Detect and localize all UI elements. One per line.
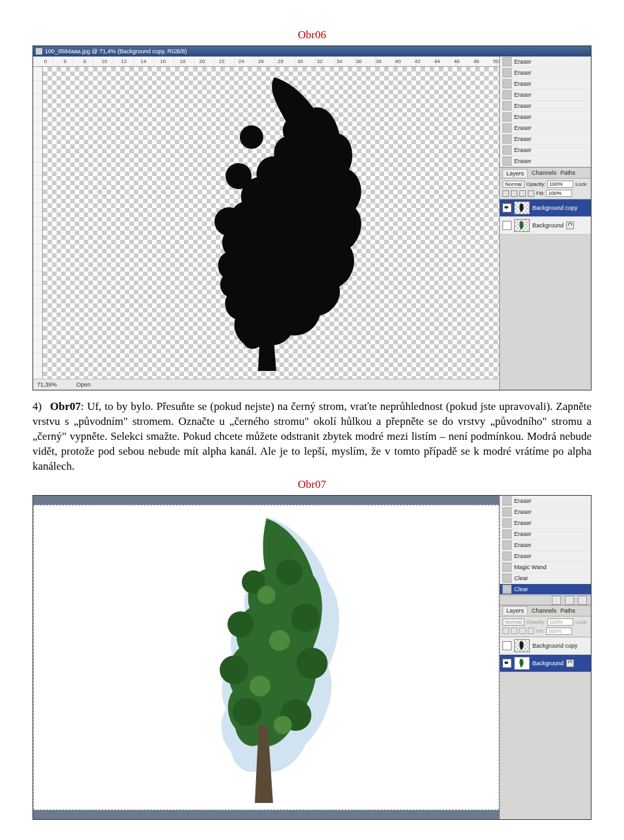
- layer-thumbnail: [514, 201, 530, 214]
- eraser-icon: [502, 146, 512, 155]
- history-panel[interactable]: Eraser Eraser Eraser Eraser Eraser Erase…: [500, 57, 591, 168]
- visibility-icon[interactable]: [502, 203, 512, 212]
- window-titlebar: 100_0584aaa.jpg @ 71,4% (Background copy…: [33, 46, 591, 57]
- layer-name: Background copy: [532, 205, 578, 211]
- history-item[interactable]: Eraser: [500, 79, 591, 90]
- eraser-icon: [502, 79, 512, 88]
- status-tool: Open: [77, 381, 91, 388]
- visibility-icon[interactable]: [502, 659, 512, 668]
- opacity-input[interactable]: [547, 618, 573, 626]
- history-item[interactable]: Clear: [500, 573, 591, 584]
- layer-row-selected[interactable]: Background: [500, 655, 591, 672]
- canvas[interactable]: [43, 67, 499, 379]
- clear-icon: [502, 574, 512, 583]
- history-item[interactable]: Eraser: [500, 529, 591, 540]
- layer-name: Background: [532, 222, 564, 229]
- opacity-input[interactable]: [547, 181, 573, 188]
- blend-mode-select[interactable]: Normal: [502, 181, 525, 188]
- canvas[interactable]: [33, 496, 499, 819]
- magic-wand-icon: [502, 563, 512, 572]
- svg-point-3: [301, 154, 332, 185]
- history-item[interactable]: Eraser: [500, 101, 591, 112]
- history-item[interactable]: Eraser: [500, 68, 591, 79]
- history-item-selected[interactable]: Clear: [500, 584, 591, 595]
- tab-paths[interactable]: Paths: [560, 170, 575, 176]
- lock-transparency-icon[interactable]: [502, 190, 509, 197]
- canvas-wrap: 0 6 8 10 12 14 16 18 20 22 24 26 28 30 3…: [33, 57, 499, 390]
- history-item[interactable]: Eraser: [500, 518, 591, 529]
- document-area: Eraser Eraser Eraser Eraser Eraser Erase…: [33, 496, 591, 819]
- window-title: 100_0584aaa.jpg @ 71,4% (Background copy…: [45, 48, 187, 55]
- svg-point-11: [228, 611, 254, 637]
- lock-label: Lock:: [575, 181, 588, 187]
- svg-point-7: [296, 257, 330, 290]
- svg-point-5: [313, 198, 346, 232]
- screenshot-obr06: 100_0584aaa.jpg @ 71,4% (Background copy…: [32, 45, 592, 390]
- layer-row[interactable]: Background: [500, 217, 591, 235]
- history-item[interactable]: Eraser: [500, 112, 591, 123]
- history-item[interactable]: Magic Wand: [500, 562, 591, 573]
- fill-input[interactable]: [546, 628, 572, 635]
- history-item[interactable]: Eraser: [500, 90, 591, 101]
- visibility-toggle[interactable]: [502, 641, 512, 650]
- history-item[interactable]: Eraser: [500, 156, 591, 167]
- tree-green: [176, 511, 358, 803]
- visibility-toggle[interactable]: [502, 221, 512, 230]
- layers-controls: Normal Opacity: Lock: Fill:: [500, 617, 591, 637]
- opacity-label: Opacity:: [526, 181, 545, 187]
- layer-row-selected[interactable]: Background copy: [500, 199, 591, 217]
- transparency-checker: [43, 67, 499, 379]
- layer-name: Background copy: [532, 643, 578, 649]
- list-number: 4): [32, 400, 47, 414]
- history-panel[interactable]: Eraser Eraser Eraser Eraser Eraser Erase…: [500, 496, 591, 605]
- svg-point-10: [276, 559, 302, 585]
- history-item[interactable]: Eraser: [500, 134, 591, 145]
- lock-all-icon[interactable]: [528, 190, 534, 197]
- history-item[interactable]: Eraser: [500, 496, 591, 507]
- lock-move-icon[interactable]: [519, 190, 526, 197]
- trash-icon[interactable]: [578, 596, 587, 605]
- panels: Eraser Eraser Eraser Eraser Eraser Erase…: [499, 57, 591, 390]
- history-item[interactable]: Eraser: [500, 551, 591, 562]
- canvas-wrap: [33, 496, 499, 819]
- history-item[interactable]: Eraser: [500, 507, 591, 518]
- lock-move-icon[interactable]: [519, 628, 526, 634]
- tab-layers[interactable]: Layers: [502, 606, 528, 615]
- tab-layers[interactable]: Layers: [502, 169, 528, 177]
- layer-row[interactable]: Background copy: [500, 637, 591, 655]
- status-zoom: 71,39%: [37, 381, 57, 388]
- eraser-icon: [502, 134, 512, 144]
- fill-input[interactable]: [546, 190, 572, 197]
- history-item[interactable]: Eraser: [500, 540, 591, 551]
- ruler-vertical: [33, 67, 43, 379]
- delete-state-button[interactable]: [565, 596, 574, 605]
- svg-point-19: [250, 676, 270, 696]
- lock-paint-icon[interactable]: [511, 190, 517, 197]
- tab-channels[interactable]: Channels: [532, 607, 556, 614]
- panels: Eraser Eraser Eraser Eraser Eraser Erase…: [499, 496, 591, 819]
- layers-list: Background copy Background: [500, 637, 591, 672]
- paragraph-lead: Obr07: [50, 400, 81, 413]
- figure-label-06: Obr06: [32, 29, 592, 42]
- layer-thumbnail: [514, 657, 530, 670]
- tab-paths[interactable]: Paths: [560, 607, 575, 614]
- history-item[interactable]: Eraser: [500, 57, 591, 68]
- new-snapshot-button[interactable]: [552, 596, 561, 605]
- eraser-icon: [502, 541, 512, 550]
- layer-name: Background: [532, 660, 564, 667]
- lock-transparency-icon[interactable]: [502, 628, 509, 634]
- svg-point-4: [214, 207, 243, 236]
- lock-paint-icon[interactable]: [511, 628, 517, 634]
- history-footer: [500, 595, 591, 605]
- history-item[interactable]: Eraser: [500, 145, 591, 156]
- status-bar: 71,39% Open: [33, 379, 499, 390]
- lock-all-icon[interactable]: [528, 628, 534, 634]
- history-item[interactable]: Eraser: [500, 123, 591, 134]
- white-canvas: [33, 505, 499, 810]
- blend-mode-select[interactable]: Normal: [502, 618, 525, 626]
- svg-point-14: [296, 648, 328, 679]
- tree-silhouette-black: [167, 72, 375, 371]
- eraser-icon: [502, 496, 512, 505]
- figure-label-07: Obr07: [32, 478, 592, 491]
- tab-channels[interactable]: Channels: [532, 170, 556, 176]
